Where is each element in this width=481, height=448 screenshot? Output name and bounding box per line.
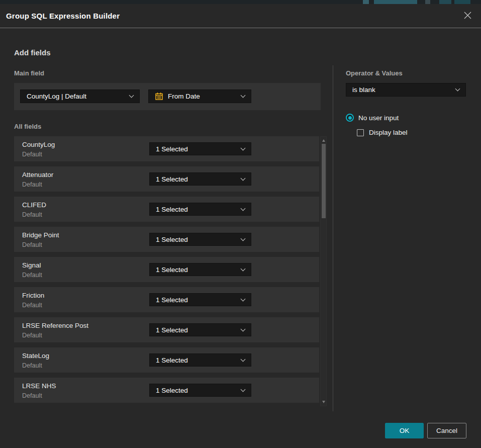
field-selection-value: 1 Selected	[156, 387, 237, 394]
field-row: CountyLog Default 1 Selected	[14, 136, 319, 161]
field-selection-dropdown[interactable]: 1 Selected	[149, 384, 251, 397]
field-name-label: LRSE Reference Post	[22, 322, 88, 329]
field-selection-dropdown[interactable]: 1 Selected	[149, 293, 251, 306]
field-name-label: Bridge Point	[22, 231, 59, 239]
cancel-button[interactable]: Cancel	[427, 423, 466, 438]
field-source-label: Default	[22, 302, 42, 309]
main-field-field-value: From Date	[168, 93, 237, 100]
scrollbar-thumb[interactable]	[322, 144, 326, 218]
all-fields-list: CountyLog Default 1 Selected Attenuator …	[14, 136, 319, 404]
chevron-down-icon	[455, 86, 460, 92]
checkbox-unchecked-icon	[357, 129, 364, 136]
field-source-label: Default	[22, 241, 42, 248]
field-source-label: Default	[22, 272, 42, 279]
field-row: Attenuator Default 1 Selected	[14, 166, 319, 192]
field-selection-dropdown[interactable]: 1 Selected	[149, 263, 251, 276]
chevron-down-icon	[241, 356, 246, 362]
backdrop-fragment	[454, 0, 470, 4]
field-selection-value: 1 Selected	[156, 145, 237, 153]
chevron-down-icon	[241, 266, 246, 271]
chevron-down-icon	[241, 206, 246, 211]
field-selection-dropdown[interactable]: 1 Selected	[149, 142, 251, 155]
backdrop-fragment	[363, 0, 369, 4]
chevron-down-icon	[241, 175, 246, 181]
chevron-down-icon	[241, 387, 246, 392]
backdrop-fragment	[439, 0, 451, 4]
display-label-label: Display label	[369, 129, 408, 136]
field-row: Signal Default 1 Selected	[14, 257, 319, 282]
field-source-label: Default	[22, 211, 42, 218]
scroll-down-arrow-icon[interactable]	[322, 401, 325, 403]
chevron-down-icon	[241, 326, 246, 331]
field-name-label: StateLog	[22, 352, 49, 360]
field-selection-dropdown[interactable]: 1 Selected	[149, 172, 251, 186]
field-source-label: Default	[22, 181, 42, 188]
display-label-checkbox[interactable]: Display label	[357, 129, 408, 136]
group-sql-expression-builder-dialog: Group SQL Expression Builder Add fields …	[0, 4, 481, 448]
field-selection-value: 1 Selected	[156, 266, 237, 274]
field-source-label: Default	[22, 151, 42, 158]
field-row: CLIFED Default 1 Selected	[14, 197, 319, 222]
field-row: Friction Default 1 Selected	[14, 287, 319, 312]
main-field-label: Main field	[14, 69, 44, 77]
radio-selected-icon	[346, 114, 354, 122]
field-selection-value: 1 Selected	[156, 206, 237, 213]
fields-scrollbar[interactable]	[320, 136, 327, 406]
field-row: Bridge Point Default 1 Selected	[14, 227, 319, 252]
field-name-label: Friction	[22, 292, 44, 299]
field-selection-value: 1 Selected	[156, 296, 237, 304]
main-field-field-dropdown[interactable]: From Date	[148, 89, 251, 103]
field-selection-dropdown[interactable]: 1 Selected	[149, 323, 251, 336]
backdrop-app-sliver	[0, 0, 481, 4]
chevron-down-icon	[241, 296, 246, 301]
field-source-label: Default	[22, 392, 42, 399]
field-selection-value: 1 Selected	[156, 326, 237, 334]
operator-values-heading: Operator & Values	[346, 69, 403, 77]
field-name-label: LRSE NHS	[22, 382, 56, 390]
main-field-layer-value: CountyLog | Default	[27, 93, 126, 100]
operator-dropdown[interactable]: is blank	[346, 83, 466, 97]
all-fields-label: All fields	[14, 123, 41, 130]
ok-button[interactable]: OK	[385, 423, 424, 438]
no-user-input-radio[interactable]: No user input	[346, 114, 399, 122]
field-selection-value: 1 Selected	[156, 175, 237, 183]
backdrop-fragment	[425, 0, 430, 4]
field-selection-dropdown[interactable]: 1 Selected	[149, 233, 251, 246]
backdrop-fragment	[374, 0, 417, 4]
panel-divider	[333, 65, 333, 411]
field-selection-dropdown[interactable]: 1 Selected	[149, 203, 251, 216]
field-selection-dropdown[interactable]: 1 Selected	[149, 353, 251, 367]
field-selection-value: 1 Selected	[156, 236, 237, 243]
field-source-label: Default	[22, 362, 42, 369]
field-selection-value: 1 Selected	[156, 356, 237, 364]
field-source-label: Default	[22, 332, 42, 339]
close-button[interactable]	[461, 10, 474, 23]
main-field-layer-dropdown[interactable]: CountyLog | Default	[20, 89, 140, 103]
chevron-down-icon	[241, 93, 246, 98]
field-name-label: CountyLog	[22, 141, 55, 148]
operator-value: is blank	[352, 86, 452, 94]
dialog-title: Group SQL Expression Builder	[6, 4, 120, 28]
field-name-label: CLIFED	[22, 201, 46, 209]
scroll-up-arrow-icon[interactable]	[322, 139, 325, 142]
close-icon	[463, 11, 472, 21]
chevron-down-icon	[241, 145, 246, 150]
dialog-content: Add fields Main field CountyLog | Defaul…	[0, 28, 481, 448]
dialog-titlebar: Group SQL Expression Builder	[0, 4, 481, 28]
chevron-down-icon	[129, 93, 134, 98]
add-fields-heading: Add fields	[14, 48, 51, 57]
field-row: LRSE NHS Default 1 Selected	[14, 378, 319, 403]
field-name-label: Attenuator	[22, 171, 53, 178]
field-name-label: Signal	[22, 261, 41, 269]
field-row: StateLog Default 1 Selected	[14, 347, 319, 373]
no-user-input-label: No user input	[358, 114, 399, 122]
chevron-down-icon	[241, 236, 246, 241]
calendar-icon	[155, 92, 163, 101]
field-row: LRSE Reference Post Default 1 Selected	[14, 317, 319, 342]
